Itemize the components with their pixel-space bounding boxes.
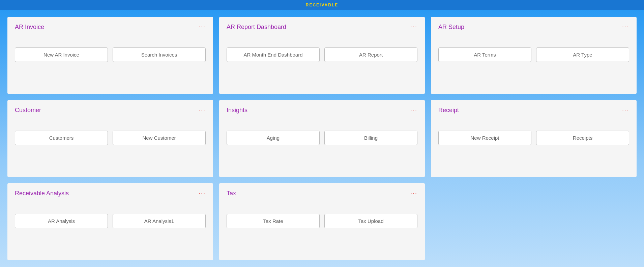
card-customer: Customer···CustomersNew Customer bbox=[7, 100, 213, 177]
card-menu-ar-setup[interactable]: ··· bbox=[622, 24, 629, 30]
card-buttons-tax: Tax RateTax Upload bbox=[227, 214, 417, 228]
card-header-insights: Insights··· bbox=[227, 107, 417, 114]
card-buttons-ar-report-dashboard: AR Month End DashboardAR Report bbox=[227, 47, 417, 62]
card-header-receivable-analysis: Receivable Analysis··· bbox=[15, 190, 206, 197]
card-header-receipt: Receipt··· bbox=[438, 107, 629, 114]
card-header-ar-invoice: AR Invoice··· bbox=[15, 24, 206, 31]
button-tax-upload[interactable]: Tax Upload bbox=[324, 214, 417, 228]
card-title-ar-report-dashboard: AR Report Dashboard bbox=[227, 24, 286, 31]
button-new-ar-invoice[interactable]: New AR Invoice bbox=[15, 47, 108, 62]
card-ar-invoice: AR Invoice···New AR InvoiceSearch Invoic… bbox=[7, 17, 213, 94]
button-ar-month-end-dashboard[interactable]: AR Month End Dashboard bbox=[227, 47, 320, 62]
card-buttons-ar-setup: AR TermsAR Type bbox=[438, 47, 629, 62]
button-ar-analysis1[interactable]: AR Analysis1 bbox=[113, 214, 206, 228]
button-tax-rate[interactable]: Tax Rate bbox=[227, 214, 320, 228]
button-receipts[interactable]: Receipts bbox=[536, 131, 629, 145]
button-ar-type[interactable]: AR Type bbox=[536, 47, 629, 62]
button-ar-report[interactable]: AR Report bbox=[324, 47, 417, 62]
button-customers[interactable]: Customers bbox=[15, 131, 108, 145]
card-title-receivable-analysis: Receivable Analysis bbox=[15, 190, 69, 197]
card-header-ar-setup: AR Setup··· bbox=[438, 24, 629, 31]
card-buttons-receivable-analysis: AR AnalysisAR Analysis1 bbox=[15, 214, 206, 228]
card-insights: Insights···AgingBilling bbox=[219, 100, 425, 177]
card-ar-setup: AR Setup···AR TermsAR Type bbox=[431, 17, 637, 94]
card-title-tax: Tax bbox=[227, 190, 236, 197]
card-title-insights: Insights bbox=[227, 107, 247, 114]
card-menu-tax[interactable]: ··· bbox=[410, 190, 417, 196]
card-header-ar-report-dashboard: AR Report Dashboard··· bbox=[227, 24, 417, 31]
button-new-receipt[interactable]: New Receipt bbox=[438, 131, 531, 145]
button-billing[interactable]: Billing bbox=[324, 131, 417, 145]
button-aging[interactable]: Aging bbox=[227, 131, 320, 145]
card-title-receipt: Receipt bbox=[438, 107, 459, 114]
card-menu-ar-invoice[interactable]: ··· bbox=[199, 24, 206, 30]
card-receipt: Receipt···New ReceiptReceipts bbox=[431, 100, 637, 177]
card-buttons-ar-invoice: New AR InvoiceSearch Invoices bbox=[15, 47, 206, 62]
button-ar-terms[interactable]: AR Terms bbox=[438, 47, 531, 62]
card-buttons-customer: CustomersNew Customer bbox=[15, 131, 206, 145]
card-title-ar-invoice: AR Invoice bbox=[15, 24, 44, 31]
top-bar: RECEIVABLE bbox=[0, 0, 644, 10]
card-tax: Tax···Tax RateTax Upload bbox=[219, 183, 425, 260]
card-title-ar-setup: AR Setup bbox=[438, 24, 464, 31]
button-search-invoices[interactable]: Search Invoices bbox=[113, 47, 206, 62]
card-receivable-analysis: Receivable Analysis···AR AnalysisAR Anal… bbox=[7, 183, 213, 260]
card-ar-report-dashboard: AR Report Dashboard···AR Month End Dashb… bbox=[219, 17, 425, 94]
button-new-customer[interactable]: New Customer bbox=[113, 131, 206, 145]
card-title-customer: Customer bbox=[15, 107, 41, 114]
card-header-tax: Tax··· bbox=[227, 190, 417, 197]
card-header-customer: Customer··· bbox=[15, 107, 206, 114]
button-ar-analysis[interactable]: AR Analysis bbox=[15, 214, 108, 228]
card-buttons-insights: AgingBilling bbox=[227, 131, 417, 145]
app-title: RECEIVABLE bbox=[306, 3, 338, 7]
main-grid: AR Invoice···New AR InvoiceSearch Invoic… bbox=[0, 10, 644, 267]
card-buttons-receipt: New ReceiptReceipts bbox=[438, 131, 629, 145]
card-menu-receipt[interactable]: ··· bbox=[622, 107, 629, 113]
card-menu-receivable-analysis[interactable]: ··· bbox=[199, 190, 206, 196]
card-menu-insights[interactable]: ··· bbox=[410, 107, 417, 113]
card-menu-customer[interactable]: ··· bbox=[199, 107, 206, 113]
card-menu-ar-report-dashboard[interactable]: ··· bbox=[410, 24, 417, 30]
